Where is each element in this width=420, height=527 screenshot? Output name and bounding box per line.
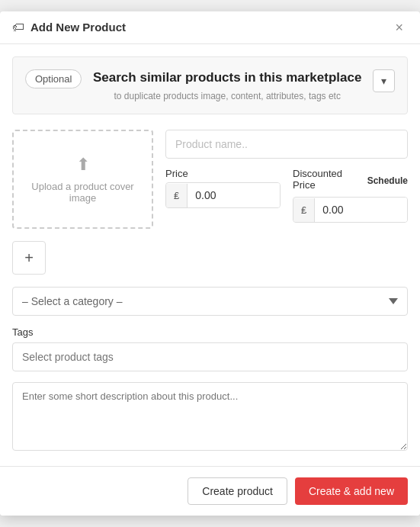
category-select[interactable]: – Select a category – [12,287,408,316]
modal-footer: Create product Create & add new [0,466,420,516]
discounted-price-input[interactable] [315,198,407,222]
tags-label: Tags [12,326,408,338]
discounted-price-label-row: Discounted Price Schedule [293,168,408,194]
add-image-button[interactable]: + [12,241,46,275]
upload-label: Upload a product cover image [26,181,139,204]
currency-symbol: ₤ [166,184,188,207]
close-button[interactable]: × [390,19,408,36]
discounted-price-label: Discounted Price [293,168,367,191]
discounted-price-input-wrapper: ₤ [293,197,408,223]
form-area: ⬆ Upload a product cover image Price ₤ [12,130,408,229]
tags-input[interactable] [12,342,408,371]
search-section-content: Search similar products in this marketpl… [91,69,364,101]
form-right: Price ₤ Discounted Price Schedule [165,130,408,223]
product-name-input[interactable] [165,130,408,159]
price-input-wrapper: ₤ [165,182,281,208]
price-label: Price [165,168,281,179]
chevron-down-icon: ▾ [381,75,386,87]
price-row: Price ₤ Discounted Price Schedule [165,168,408,223]
modal-title: Add New Product [30,21,126,34]
modal-body: Optional Search similar products in this… [0,44,420,466]
search-dropdown-button[interactable]: ▾ [373,69,395,92]
search-section: Optional Search similar products in this… [12,56,408,114]
search-section-title: Search similar products in this marketpl… [91,69,364,86]
upload-icon: ⬆ [76,155,90,175]
discounted-price-group: Discounted Price Schedule ₤ [293,168,408,223]
create-product-button[interactable]: Create product [188,477,287,505]
image-upload-box[interactable]: ⬆ Upload a product cover image [12,130,153,229]
optional-button[interactable]: Optional [25,69,82,88]
header-left: 🏷 Add New Product [12,21,126,34]
product-icon: 🏷 [12,21,24,34]
price-input[interactable] [188,183,280,207]
description-textarea[interactable] [12,382,408,451]
schedule-link[interactable]: Schedule [367,175,408,186]
add-product-modal: 🏷 Add New Product × Optional Search simi… [0,11,420,516]
price-group: Price ₤ [165,168,281,223]
search-section-subtitle: to duplicate products image, content, at… [91,91,364,101]
modal-header: 🏷 Add New Product × [0,11,420,44]
create-and-add-new-button[interactable]: Create & add new [295,477,408,505]
discounted-currency-symbol: ₤ [293,198,315,222]
